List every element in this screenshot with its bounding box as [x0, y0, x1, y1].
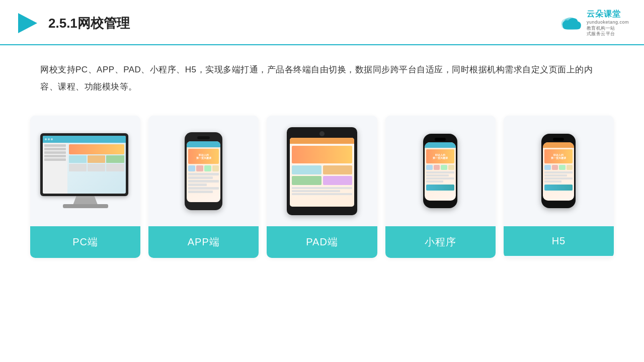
brand-domain: yunduoketang.com: [587, 20, 629, 26]
header-right: 云朵课堂 yunduoketang.com 教育机构一站 式服务云平台: [558, 9, 629, 37]
brand-logo: 云朵课堂 yunduoketang.com 教育机构一站 式服务云平台: [558, 9, 629, 37]
page-title: 2.5.1网校管理: [48, 15, 130, 32]
monitor-mockup: [40, 133, 131, 209]
card-pc: PC端: [30, 116, 140, 258]
card-label-app: APP端: [148, 226, 259, 258]
desc-paragraph: 网校支持PC、APP、PAD、小程序、H5，实现多端打通，产品各终端自由切换，数…: [40, 61, 604, 96]
card-image-pad: [267, 116, 377, 226]
play-logo-icon: [15, 11, 39, 35]
page-header: 2.5.1网校管理 云朵课堂 yunduoketang.com 教育机构一站 式…: [0, 0, 644, 45]
brand-name: 云朵课堂: [587, 9, 621, 20]
card-h5: 职达人的第一堂兴趣课: [504, 116, 614, 258]
card-pad: PAD端: [267, 116, 377, 258]
cards-container: PC端 职达人的第一堂兴趣课: [0, 106, 644, 273]
phone-mockup-miniprogram: 职达人的第一堂兴趣课: [423, 134, 457, 208]
card-label-h5: H5: [504, 226, 614, 256]
header-left: 2.5.1网校管理: [15, 11, 130, 35]
phone-mockup-h5: 职达人的第一堂兴趣课: [541, 134, 576, 208]
card-label-pad: PAD端: [267, 226, 377, 258]
card-image-h5: 职达人的第一堂兴趣课: [504, 116, 614, 226]
description-text: 网校支持PC、APP、PAD、小程序、H5，实现多端打通，产品各终端自由切换，数…: [0, 45, 644, 106]
cloud-icon: [558, 14, 583, 32]
brand-text: 云朵课堂 yunduoketang.com 教育机构一站 式服务云平台: [587, 9, 629, 37]
tablet-mockup: [287, 127, 357, 215]
brand-subtitle: 教育机构一站 式服务云平台: [587, 26, 615, 37]
card-label-miniprogram: 小程序: [385, 226, 496, 258]
phone-mockup-app: 职达人的第一堂兴趣课: [185, 132, 222, 210]
svg-marker-0: [18, 13, 37, 33]
card-label-pc: PC端: [30, 226, 140, 258]
card-image-app: 职达人的第一堂兴趣课: [148, 116, 259, 226]
card-image-pc: [30, 116, 140, 226]
card-miniprogram: 职达人的第一堂兴趣课: [385, 116, 496, 258]
card-image-miniprogram: 职达人的第一堂兴趣课: [385, 116, 496, 226]
card-app: 职达人的第一堂兴趣课: [148, 116, 259, 258]
